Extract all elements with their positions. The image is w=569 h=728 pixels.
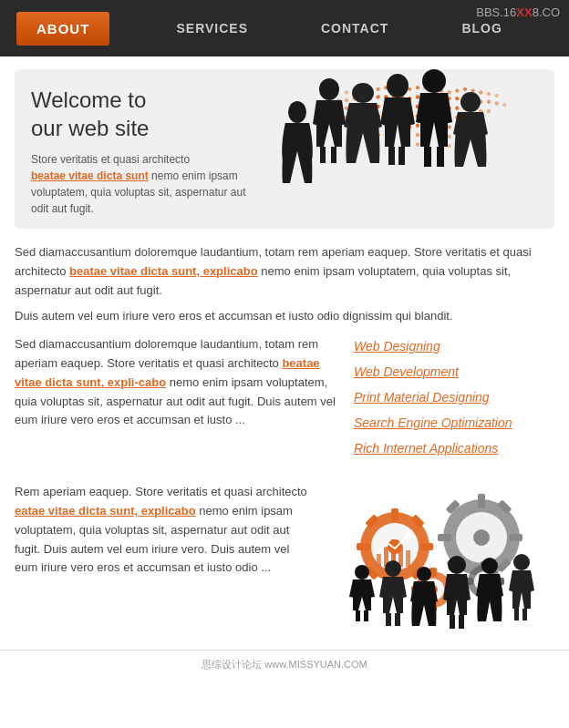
main-content: Sed diamaccusantium doloremque laudantiu… [0, 238, 569, 642]
bottom-left-text: Rem aperiam eaquep. Store veritatis et q… [15, 483, 308, 633]
svg-rect-155 [395, 613, 400, 626]
left-para: Sed diamaccusantium doloremque laudantiu… [15, 335, 336, 430]
svg-rect-128 [478, 494, 485, 508]
main-para2: Duis autem vel eum iriure vero eros et a… [15, 307, 554, 326]
main-link1[interactable]: beatae vitae dicta sunt, explicabo [69, 264, 258, 278]
hero-section: Welcome to our web site Store veritatis … [15, 69, 554, 229]
header-right-text: BBS.16XX8.CO [476, 5, 560, 19]
svg-point-105 [460, 92, 481, 112]
svg-point-153 [385, 560, 401, 577]
hero-link[interactable]: beatae vitae dicta sunt [31, 169, 149, 182]
left-column: Sed diamaccusantium doloremque laudantiu… [15, 335, 336, 467]
svg-rect-151 [356, 610, 360, 621]
svg-point-95 [319, 78, 339, 100]
bottom-right-graphic [326, 483, 554, 633]
svg-rect-130 [438, 534, 451, 541]
svg-point-157 [448, 556, 466, 574]
right-column-services: Web Designing Web Development Print Mate… [354, 335, 554, 467]
svg-rect-103 [424, 147, 431, 167]
people-silhouettes [263, 69, 554, 229]
service-web-designing[interactable]: Web Designing [354, 339, 554, 354]
svg-point-127 [473, 529, 490, 546]
hero-heading: Welcome to our web site [31, 86, 250, 142]
service-seo[interactable]: Search Engine Optimization [354, 415, 554, 430]
two-column-section: Sed diamaccusantium doloremque laudantiu… [15, 335, 554, 467]
svg-rect-123 [406, 550, 410, 567]
svg-rect-104 [437, 147, 444, 167]
svg-rect-100 [388, 147, 395, 165]
hero-text-block: Welcome to our web site Store veritatis … [31, 86, 250, 217]
svg-rect-119 [377, 554, 381, 567]
gear-people-graphic [331, 483, 550, 633]
svg-point-156 [417, 567, 431, 581]
service-web-development[interactable]: Web Development [354, 364, 554, 379]
nav-services[interactable]: SERVICES [176, 21, 248, 36]
nav-contact[interactable]: CONTACT [321, 21, 388, 36]
svg-point-161 [513, 554, 530, 570]
main-para1: Sed diamaccusantium doloremque laudantiu… [15, 243, 554, 300]
bottom-section: Rem aperiam eaquep. Store veritatis et q… [15, 479, 554, 633]
svg-rect-154 [386, 613, 391, 626]
svg-rect-113 [357, 543, 369, 550]
svg-rect-162 [514, 609, 519, 620]
footer-watermark: 思综设计论坛 www.MISSYUAN.COM [0, 650, 569, 675]
hero-body: Store veritatis et quasi architecto beat… [31, 151, 250, 217]
svg-point-160 [481, 558, 498, 574]
svg-point-99 [387, 74, 409, 97]
hero-visual [244, 69, 554, 229]
about-button[interactable]: ABOUT [16, 12, 109, 46]
svg-point-150 [355, 565, 369, 579]
service-print-material[interactable]: Print Material Designing [354, 390, 554, 405]
nav-menu: SERVICES CONTACT BLOG [109, 21, 569, 36]
svg-point-94 [288, 101, 306, 123]
header: ABOUT SERVICES CONTACT BLOG BBS.16XX8.CO [0, 0, 569, 56]
svg-rect-101 [398, 147, 405, 165]
bottom-para: Rem aperiam eaquep. Store veritatis et q… [15, 483, 308, 578]
svg-rect-114 [420, 543, 433, 550]
svg-point-98 [352, 83, 374, 103]
svg-rect-163 [522, 609, 527, 620]
svg-rect-159 [459, 615, 464, 629]
svg-rect-131 [509, 534, 522, 541]
svg-rect-97 [331, 147, 336, 163]
svg-rect-111 [391, 508, 398, 521]
svg-rect-158 [450, 615, 455, 629]
service-ria[interactable]: Rich Internet Applications [354, 441, 554, 456]
svg-rect-152 [364, 610, 368, 621]
bottom-link[interactable]: eatae vitae dicta sunt, explicabo [15, 504, 196, 518]
svg-rect-96 [320, 147, 326, 163]
svg-point-102 [422, 69, 446, 93]
nav-blog[interactable]: BLOG [461, 21, 502, 36]
